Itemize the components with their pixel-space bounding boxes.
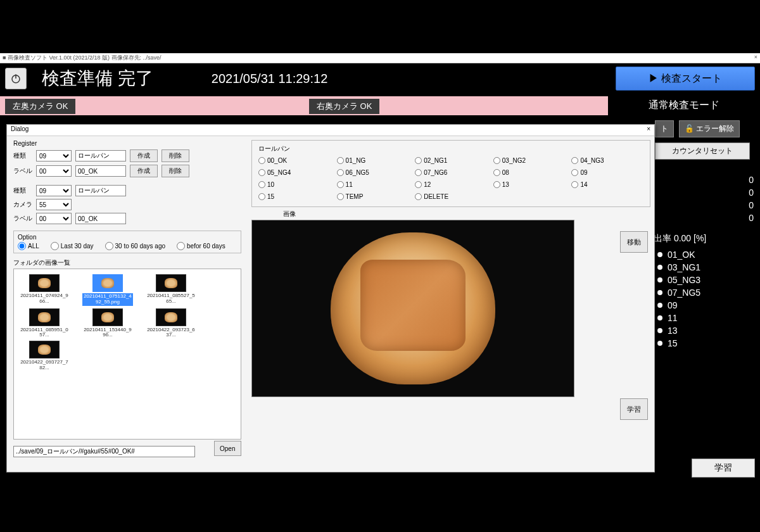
label1-text[interactable] bbox=[75, 165, 126, 177]
category-option[interactable]: 03_NG2 bbox=[493, 157, 566, 164]
type2-text[interactable] bbox=[75, 185, 126, 196]
type1-text[interactable] bbox=[75, 150, 126, 162]
category-option[interactable]: 15 bbox=[258, 193, 331, 200]
type2-label: 種類 bbox=[13, 186, 32, 195]
error-clear-button[interactable]: 🔓 エラー解除 bbox=[679, 120, 740, 137]
window-titlebar: ■ 画像検査ソフト Ver.1.00t (2021/2/18 版) 画像保存先:… bbox=[0, 53, 760, 63]
legend-item: 15 bbox=[656, 337, 756, 350]
category-group: ロールパン 00_OK01_NG02_NG103_NG204_NG305_NG4… bbox=[251, 140, 650, 207]
category-option[interactable]: 10 bbox=[258, 181, 331, 188]
category-option[interactable]: 04_NG3 bbox=[571, 157, 643, 164]
category-option[interactable]: DELETE bbox=[415, 193, 487, 200]
label1-label: ラベル bbox=[13, 167, 32, 175]
category-option[interactable]: 05_NG4 bbox=[258, 169, 331, 176]
option-title: Option bbox=[18, 234, 237, 241]
option-last30[interactable]: Last 30 day bbox=[51, 242, 94, 250]
folder-list-title: フォルダの画像一覧 bbox=[13, 258, 241, 267]
category-option[interactable]: 08 bbox=[493, 169, 566, 176]
option-30to60[interactable]: 30 to 60 days ago bbox=[105, 242, 166, 250]
camera-label: カメラ bbox=[13, 200, 32, 209]
create-button-1[interactable]: 作成 bbox=[130, 149, 158, 162]
legend-item: 13 bbox=[656, 324, 756, 337]
preview-label: 画像 bbox=[283, 210, 650, 218]
thumbnail-item[interactable]: 20210411_153440_996... bbox=[82, 308, 133, 339]
learn-button-dialog[interactable]: 学習 bbox=[620, 398, 648, 420]
image-preview bbox=[251, 220, 574, 397]
category-title: ロールパン bbox=[258, 144, 643, 153]
type1-select[interactable]: 09 bbox=[36, 150, 72, 162]
thumbnail-grid: 20210411_074924_966... 20210411_075132_4… bbox=[13, 269, 241, 440]
thumbnail-item-selected[interactable]: 20210411_075132_492_55.png bbox=[82, 274, 133, 306]
thumbnail-item[interactable]: 20210411_074924_966... bbox=[19, 274, 70, 306]
path-input[interactable] bbox=[13, 446, 195, 457]
counter-2: 0 bbox=[652, 199, 760, 212]
thumbnail-item[interactable]: 20210411_085951_057... bbox=[19, 308, 70, 339]
right-camera-status: 右奥カメラ OK bbox=[309, 99, 379, 114]
camera-select[interactable]: 55 bbox=[36, 199, 72, 210]
category-option[interactable]: 06_NG5 bbox=[337, 169, 409, 176]
label1-select[interactable]: 00 bbox=[36, 165, 72, 177]
dialog-title: Dialog bbox=[11, 125, 28, 135]
counter-reset-button[interactable]: カウンタリセット bbox=[655, 142, 750, 160]
dialog-close-icon[interactable]: × bbox=[647, 125, 650, 135]
create-button-2[interactable]: 作成 bbox=[130, 165, 158, 177]
counter-0: 0 bbox=[652, 174, 760, 186]
category-option[interactable]: TEMP bbox=[337, 193, 409, 200]
thumbnail-item[interactable]: 20210411_085527_565... bbox=[146, 274, 196, 306]
status-title: 検査準備 完了 bbox=[42, 66, 153, 91]
window-title: ■ 画像検査ソフト Ver.1.00t (2021/2/18 版) 画像保存先:… bbox=[3, 54, 162, 62]
option-all[interactable]: ALL bbox=[18, 242, 39, 250]
thumbnail-item[interactable]: 20210422_093723_637... bbox=[146, 308, 196, 339]
legend-item: 05_NG3 bbox=[656, 274, 756, 286]
category-option[interactable]: 11 bbox=[337, 181, 409, 188]
thumbnail-item[interactable]: 20210422_093727_782... bbox=[19, 341, 70, 371]
legend-item: 03_NG1 bbox=[656, 261, 756, 274]
mode-label: 通常検査モード bbox=[608, 96, 760, 115]
output-rate: 出率 0.00 [%] bbox=[652, 231, 760, 247]
type1-label: 種類 bbox=[13, 151, 32, 160]
legend-item: 07_NG5 bbox=[656, 286, 756, 299]
category-option[interactable]: 09 bbox=[571, 169, 643, 176]
right-sidebar: ト 🔓 エラー解除 カウンタリセット 0 0 0 0 出率 0.00 [%] 0… bbox=[652, 118, 760, 481]
move-button[interactable]: 移動 bbox=[620, 231, 648, 253]
datetime-display: 2021/05/31 11:29:12 bbox=[212, 72, 328, 86]
type2-select[interactable]: 09 bbox=[36, 185, 72, 196]
legend-item: 11 bbox=[656, 312, 756, 324]
open-button[interactable]: Open bbox=[214, 441, 241, 456]
label2-label: ラベル bbox=[13, 214, 32, 223]
register-section-title: Register bbox=[13, 140, 241, 147]
delete-button-1[interactable]: 削除 bbox=[162, 149, 189, 162]
option-group: Option ALL Last 30 day 30 to 60 days ago… bbox=[13, 231, 241, 253]
learn-button-main[interactable]: 学習 bbox=[692, 459, 755, 478]
bread-image bbox=[331, 232, 495, 384]
side-btn-t[interactable]: ト bbox=[655, 120, 674, 137]
option-before60[interactable]: befor 60 days bbox=[177, 242, 225, 250]
counter-1: 0 bbox=[652, 186, 760, 199]
window-close-icon[interactable]: × bbox=[754, 54, 757, 62]
category-option[interactable]: 01_NG bbox=[337, 157, 409, 164]
app-header: 検査準備 完了 2021/05/31 11:29:12 ▶ 検査スタート bbox=[0, 63, 760, 94]
left-camera-status: 左奥カメラ OK bbox=[5, 99, 75, 114]
register-dialog: Dialog × Register 種類 09 作成 削除 ラベル 00 作成 bbox=[6, 124, 655, 472]
counter-3: 0 bbox=[652, 212, 760, 224]
power-icon bbox=[10, 73, 22, 84]
power-button[interactable] bbox=[5, 68, 27, 89]
category-option[interactable]: 07_NG6 bbox=[415, 169, 487, 176]
category-option[interactable]: 12 bbox=[415, 181, 487, 188]
delete-button-2[interactable]: 削除 bbox=[162, 165, 189, 177]
legend-item: 01_OK bbox=[656, 248, 756, 261]
category-option[interactable]: 02_NG1 bbox=[415, 157, 487, 164]
category-option[interactable]: 13 bbox=[493, 181, 566, 188]
label2-select[interactable]: 00 bbox=[36, 213, 72, 224]
legend-item: 09 bbox=[656, 299, 756, 312]
legend-list: 01_OK 03_NG1 05_NG3 07_NG5 09 11 13 15 bbox=[652, 247, 760, 351]
label2-text[interactable] bbox=[75, 213, 126, 224]
category-option[interactable]: 00_OK bbox=[258, 157, 331, 164]
right-camera-panel: 右奥カメラ OK bbox=[304, 96, 608, 115]
left-camera-panel: 左奥カメラ OK bbox=[0, 96, 304, 115]
category-option[interactable]: 14 bbox=[571, 181, 643, 188]
inspection-start-button[interactable]: ▶ 検査スタート bbox=[616, 66, 755, 91]
